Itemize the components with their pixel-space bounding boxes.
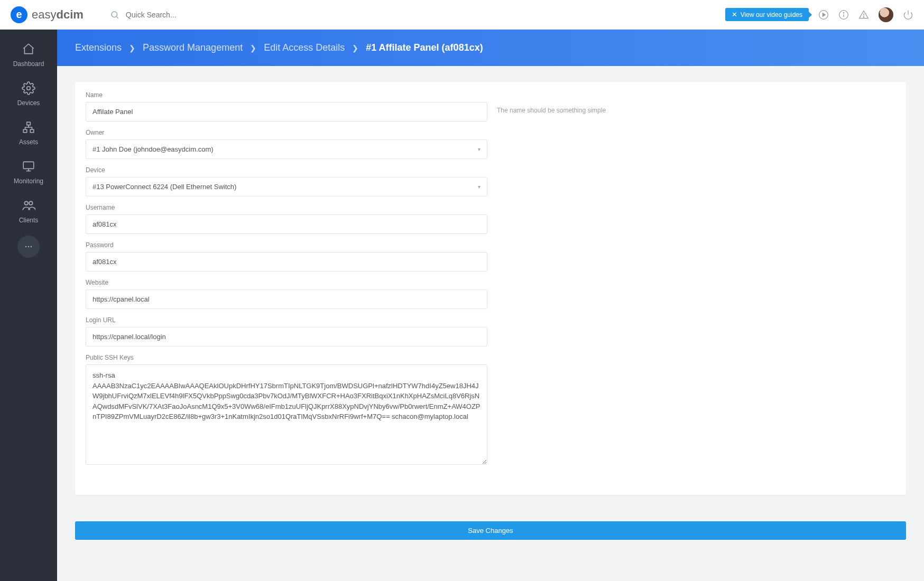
svg-point-18 bbox=[29, 201, 33, 205]
form-card: Name The name should be something simple… bbox=[75, 82, 906, 495]
save-button[interactable]: Save Changes bbox=[75, 521, 906, 540]
sidebar-item-label: Monitoring bbox=[14, 177, 43, 185]
logo-text-dcim: dcim bbox=[56, 8, 83, 22]
sidebar-item-label: Clients bbox=[19, 217, 39, 224]
play-icon[interactable] bbox=[818, 10, 829, 20]
password-input[interactable] bbox=[86, 252, 487, 271]
logo-text-easy: easy bbox=[32, 8, 56, 22]
search-input[interactable] bbox=[126, 11, 232, 19]
owner-label: Owner bbox=[86, 129, 487, 136]
owner-value: #1 John Doe (johndoe@easydcim.com) bbox=[93, 145, 214, 153]
owner-select[interactable]: #1 John Doe (johndoe@easydcim.com) ▾ bbox=[86, 139, 487, 159]
home-icon bbox=[22, 42, 35, 56]
svg-marker-3 bbox=[823, 13, 825, 16]
avatar[interactable] bbox=[879, 7, 893, 22]
sidebar-item-label: Dashboard bbox=[13, 60, 44, 68]
search-icon bbox=[110, 10, 119, 20]
chevron-down-icon: ▾ bbox=[478, 184, 481, 190]
breadcrumb-link[interactable]: Edit Access Details bbox=[264, 42, 345, 53]
svg-rect-11 bbox=[27, 122, 31, 125]
svg-point-17 bbox=[24, 201, 28, 205]
device-select[interactable]: #13 PowerConnect 6224 (Dell Ethernet Swi… bbox=[86, 177, 487, 196]
chevron-right-icon: ❯ bbox=[352, 44, 358, 52]
sidebar-item-label: Assets bbox=[19, 138, 38, 146]
sidebar-item-devices[interactable]: Devices bbox=[0, 74, 57, 113]
monitor-icon bbox=[22, 160, 35, 173]
sidebar-item-dashboard[interactable]: Dashboard bbox=[0, 35, 57, 74]
breadcrumb-current: #1 Affilate Panel (af081cx) bbox=[366, 42, 483, 53]
search-wrap[interactable] bbox=[110, 10, 232, 20]
name-hint: The name should be something simple bbox=[497, 99, 606, 114]
chevron-right-icon: ❯ bbox=[129, 44, 135, 52]
svg-point-19 bbox=[25, 246, 27, 248]
logo-icon: e bbox=[11, 6, 27, 23]
sidebar-item-assets[interactable]: Assets bbox=[0, 113, 57, 152]
svg-line-1 bbox=[116, 16, 118, 18]
video-guides-label: View our video guides bbox=[741, 11, 802, 18]
network-icon bbox=[22, 120, 35, 134]
username-label: Username bbox=[86, 204, 487, 211]
users-icon bbox=[22, 199, 35, 212]
svg-rect-14 bbox=[23, 162, 34, 168]
chevron-down-icon: ▾ bbox=[478, 146, 481, 152]
device-label: Device bbox=[86, 166, 487, 174]
breadcrumb: Extensions ❯ Password Management ❯ Edit … bbox=[57, 30, 924, 66]
svg-point-21 bbox=[31, 246, 32, 248]
video-guides-button[interactable]: ✕ View our video guides bbox=[725, 8, 809, 21]
svg-point-0 bbox=[112, 12, 117, 17]
password-label: Password bbox=[86, 241, 487, 249]
close-icon[interactable]: ✕ bbox=[732, 11, 737, 18]
ssh-textarea[interactable] bbox=[86, 364, 487, 465]
website-label: Website bbox=[86, 279, 487, 286]
name-label: Name bbox=[86, 91, 487, 99]
loginurl-input[interactable] bbox=[86, 327, 487, 346]
svg-rect-13 bbox=[30, 129, 34, 132]
username-input[interactable] bbox=[86, 214, 487, 234]
info-icon[interactable] bbox=[838, 10, 849, 20]
svg-rect-12 bbox=[23, 129, 27, 132]
name-input[interactable] bbox=[86, 102, 487, 121]
svg-point-10 bbox=[27, 87, 31, 90]
svg-point-6 bbox=[843, 12, 844, 13]
sidebar: Dashboard Devices Assets Monitoring Clie… bbox=[0, 30, 57, 581]
svg-point-8 bbox=[863, 16, 864, 17]
sidebar-item-clients[interactable]: Clients bbox=[0, 191, 57, 230]
sidebar-item-label: Devices bbox=[17, 99, 40, 107]
topbar: e easydcim ✕ View our video guides bbox=[0, 0, 924, 30]
device-value: #13 PowerConnect 6224 (Dell Ethernet Swi… bbox=[93, 183, 236, 191]
website-input[interactable] bbox=[86, 289, 487, 309]
chevron-right-icon: ❯ bbox=[250, 44, 256, 52]
gear-icon bbox=[22, 81, 35, 95]
sidebar-more-button[interactable] bbox=[17, 236, 40, 258]
dots-icon bbox=[23, 241, 34, 252]
breadcrumb-link[interactable]: Password Management bbox=[143, 42, 243, 53]
ssh-label: Public SSH Keys bbox=[86, 354, 487, 361]
sidebar-item-monitoring[interactable]: Monitoring bbox=[0, 152, 57, 191]
power-icon[interactable] bbox=[903, 10, 913, 20]
svg-point-20 bbox=[28, 246, 30, 248]
breadcrumb-link[interactable]: Extensions bbox=[75, 42, 122, 53]
alert-icon[interactable] bbox=[858, 10, 869, 20]
loginurl-label: Login URL bbox=[86, 316, 487, 324]
logo[interactable]: e easydcim bbox=[11, 6, 84, 23]
